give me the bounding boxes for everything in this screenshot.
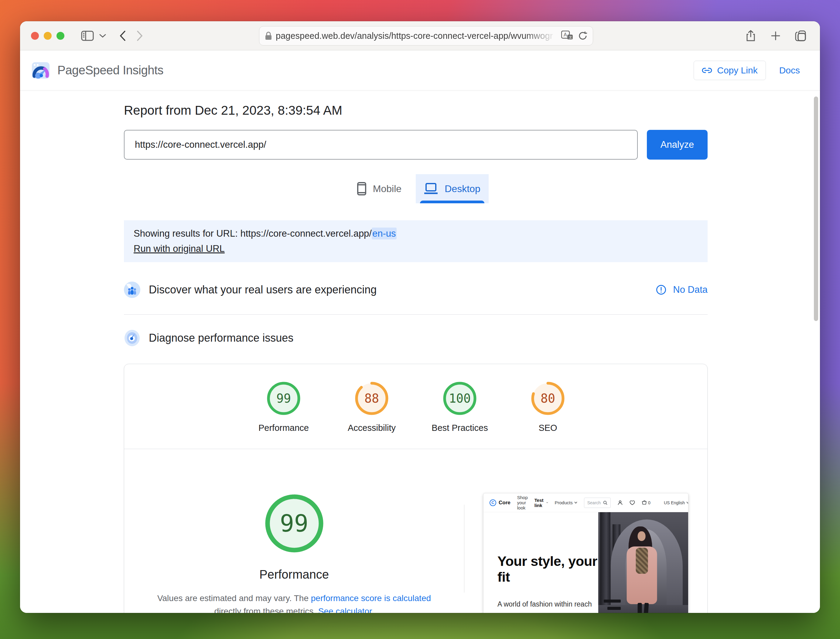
- sidebar-chevron-icon[interactable]: [94, 27, 111, 44]
- psi-header: PageSpeed Insights Copy Link Docs: [20, 50, 820, 91]
- preview-wishlist-icon: [630, 500, 635, 505]
- preview-language: US English: [664, 500, 689, 505]
- results-banner: Showing results for URL: https://core-co…: [124, 220, 708, 262]
- score-label: Accessibility: [348, 423, 396, 433]
- preview-cart-icon: 0: [642, 500, 650, 505]
- performance-label: Performance: [259, 568, 329, 581]
- preview-nav-testlink: Test link: [534, 498, 548, 508]
- tab-active-indicator: [420, 200, 485, 203]
- field-data-row: Discover what your real users are experi…: [124, 278, 708, 301]
- model-figure: [624, 526, 661, 613]
- preview-hero: Your style, your fit A world of fashion …: [483, 512, 688, 613]
- svg-text:A: A: [564, 32, 567, 37]
- close-window-button[interactable]: [31, 32, 39, 40]
- run-original-url-link[interactable]: Run with original URL: [134, 243, 225, 254]
- score-calc-link[interactable]: performance score is calculated: [311, 593, 431, 603]
- performance-gauge: 99: [264, 493, 325, 554]
- report-title: Report from Dec 21, 2023, 8:39:54 AM: [124, 103, 708, 118]
- preview-hero-photo: [598, 512, 688, 613]
- reload-icon[interactable]: [578, 31, 587, 41]
- banner-url-highlight: en-us: [372, 227, 397, 239]
- mobile-phone-icon: [357, 182, 366, 196]
- copy-link-button[interactable]: Copy Link: [693, 61, 766, 80]
- performance-score-value: 99: [264, 493, 325, 554]
- sidebar-toggle-icon[interactable]: [79, 27, 96, 44]
- browser-window: pagespeed.web.dev/analysis/https-core-co…: [20, 21, 820, 613]
- no-data-label: No Data: [673, 284, 708, 295]
- pagespeed-logo-icon: [32, 62, 49, 79]
- tab-overview-icon[interactable]: [792, 27, 809, 44]
- preview-hero-subtitle: A world of fashion within reach: [497, 600, 598, 608]
- back-button[interactable]: [114, 27, 131, 44]
- real-users-icon: [124, 281, 140, 298]
- score-value: 80: [531, 382, 564, 415]
- tab-mobile[interactable]: Mobile: [343, 174, 416, 203]
- score-best-practices[interactable]: 100 Best Practices: [431, 382, 489, 433]
- performance-section: 99 Performance Values are estimated and …: [124, 449, 707, 613]
- desktop-wallpaper: pagespeed.web.dev/analysis/https-core-co…: [0, 0, 840, 639]
- app-title: PageSpeed Insights: [57, 64, 163, 77]
- desktop-laptop-icon: [424, 183, 438, 194]
- diagnose-row: Diagnose performance issues: [124, 327, 708, 349]
- psi-logo-link[interactable]: PageSpeed Insights: [32, 62, 163, 79]
- score-label: Best Practices: [432, 423, 488, 433]
- zoom-window-button[interactable]: [56, 32, 64, 40]
- device-tabs: Mobile Desktop: [124, 174, 708, 203]
- lighthouse-report-card: 99 Performance 88: [124, 364, 708, 613]
- tab-desktop-label: Desktop: [445, 183, 480, 194]
- banner-text: Showing results for URL: https://core-co…: [134, 228, 698, 239]
- tab-desktop[interactable]: Desktop: [416, 174, 489, 203]
- score-label: SEO: [539, 423, 557, 433]
- preview-nav-shop: Shop your look: [517, 495, 528, 510]
- psi-main: Report from Dec 21, 2023, 8:39:54 AM Ana…: [20, 91, 820, 613]
- score-seo[interactable]: 80 SEO: [519, 382, 577, 433]
- url-input[interactable]: [124, 130, 638, 160]
- link-icon: [702, 68, 712, 73]
- info-icon: [656, 285, 666, 295]
- svg-text:文: 文: [569, 35, 572, 39]
- diagnose-title: Diagnose performance issues: [149, 332, 293, 344]
- score-value: 88: [355, 382, 389, 415]
- score-value: 100: [443, 382, 477, 415]
- address-bar[interactable]: pagespeed.web.dev/analysis/https-core-co…: [259, 26, 593, 46]
- score-label: Performance: [258, 423, 309, 433]
- share-icon[interactable]: [742, 27, 759, 44]
- traffic-lights: [31, 32, 64, 40]
- preview-nav-products: Products: [555, 500, 577, 505]
- preview-logo-icon: C: [489, 499, 496, 506]
- page-content: PageSpeed Insights Copy Link Docs: [20, 50, 820, 613]
- browser-toolbar: pagespeed.web.dev/analysis/https-core-co…: [20, 21, 820, 50]
- category-scores: 99 Performance 88: [124, 364, 707, 449]
- copy-link-label: Copy Link: [717, 65, 757, 76]
- preview-hero-title: Your style, your fit: [497, 553, 598, 585]
- score-value: 99: [267, 382, 300, 415]
- preview-account-icon: [617, 500, 623, 505]
- minimize-window-button[interactable]: [44, 32, 52, 40]
- search-icon: [603, 501, 607, 505]
- url-text: pagespeed.web.dev/analysis/https-core-co…: [276, 31, 559, 41]
- new-tab-icon[interactable]: [767, 27, 784, 44]
- lock-icon: [265, 31, 272, 40]
- site-screenshot-preview: C Core Shop your look Test link: [483, 493, 689, 613]
- docs-link[interactable]: Docs: [779, 65, 800, 76]
- score-performance[interactable]: 99 Performance: [255, 382, 312, 433]
- tab-mobile-label: Mobile: [373, 183, 402, 194]
- section-divider: [124, 314, 708, 315]
- preview-navbar: C Core Shop your look Test link: [483, 493, 688, 512]
- analyze-button[interactable]: Analyze: [647, 130, 708, 160]
- preview-search-box: Search: [584, 498, 611, 508]
- performance-description: Values are estimated and may vary. The p…: [157, 592, 431, 613]
- page-scrollbar[interactable]: [814, 97, 818, 321]
- forward-button[interactable]: [131, 27, 148, 44]
- field-data-title: Discover what your real users are experi…: [149, 283, 376, 296]
- translate-icon[interactable]: A 文: [561, 31, 573, 41]
- score-accessibility[interactable]: 88 Accessibility: [343, 382, 400, 433]
- preview-brand: C Core: [489, 499, 510, 506]
- see-calculator-link[interactable]: See calculator.: [318, 607, 374, 613]
- diagnose-gauge-icon: [124, 330, 140, 346]
